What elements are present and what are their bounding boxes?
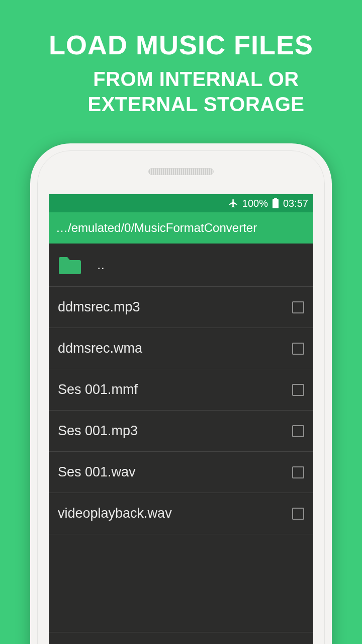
- file-checkbox[interactable]: [292, 343, 304, 355]
- file-name: ddmsrec.mp3: [58, 299, 292, 315]
- clock: 03:57: [283, 198, 308, 209]
- file-row[interactable]: Ses 001.mmf: [49, 369, 313, 411]
- app-screen: 100% 03:57 …/emulated/0/MusicFormatConve…: [49, 194, 313, 644]
- file-name: Ses 001.wav: [58, 464, 292, 480]
- svg-rect-1: [274, 198, 277, 200]
- file-name: Ses 001.mmf: [58, 382, 292, 397]
- file-name: Ses 001.mp3: [58, 423, 292, 439]
- battery-icon: [272, 198, 279, 208]
- parent-directory-row[interactable]: ..: [49, 244, 313, 287]
- promo-title: LOAD MUSIC FILES: [0, 29, 362, 60]
- file-row[interactable]: Ses 001.wav: [49, 452, 313, 493]
- file-row[interactable]: Ses 001.mp3: [49, 411, 313, 452]
- folder-icon: [58, 256, 82, 275]
- file-row[interactable]: videoplayback.wav: [49, 493, 313, 534]
- file-name: ddmsrec.wma: [58, 341, 292, 356]
- file-row[interactable]: ddmsrec.mp3: [49, 287, 313, 328]
- device-speaker: [148, 168, 214, 175]
- file-checkbox[interactable]: [292, 466, 304, 478]
- cancel-button[interactable]: CANCEL: [49, 632, 181, 644]
- button-bar: CANCEL OK: [49, 632, 313, 644]
- ok-button[interactable]: OK: [181, 632, 313, 644]
- path-bar[interactable]: …/emulated/0/MusicFormatConverter: [49, 212, 313, 244]
- status-bar: 100% 03:57: [49, 194, 313, 212]
- file-row[interactable]: ddmsrec.wma: [49, 328, 313, 369]
- airplane-mode-icon: [228, 198, 238, 208]
- file-checkbox[interactable]: [292, 425, 304, 437]
- file-list: .. ddmsrec.mp3 ddmsrec.wma Ses 001.mmf S…: [49, 244, 313, 632]
- file-name: videoplayback.wav: [58, 506, 292, 521]
- svg-rect-0: [273, 199, 279, 208]
- current-path: …/emulated/0/MusicFormatConverter: [56, 221, 257, 235]
- file-checkbox[interactable]: [292, 508, 304, 520]
- file-checkbox[interactable]: [292, 301, 304, 313]
- device-frame: 100% 03:57 …/emulated/0/MusicFormatConve…: [30, 143, 332, 644]
- promo-banner: LOAD MUSIC FILES FROM INTERNAL OR EXTERN…: [0, 29, 362, 117]
- promo-subtitle: FROM INTERNAL OR EXTERNAL STORAGE: [0, 66, 362, 117]
- parent-directory-label: ..: [97, 257, 304, 273]
- battery-percent: 100%: [242, 198, 268, 209]
- file-checkbox[interactable]: [292, 384, 304, 396]
